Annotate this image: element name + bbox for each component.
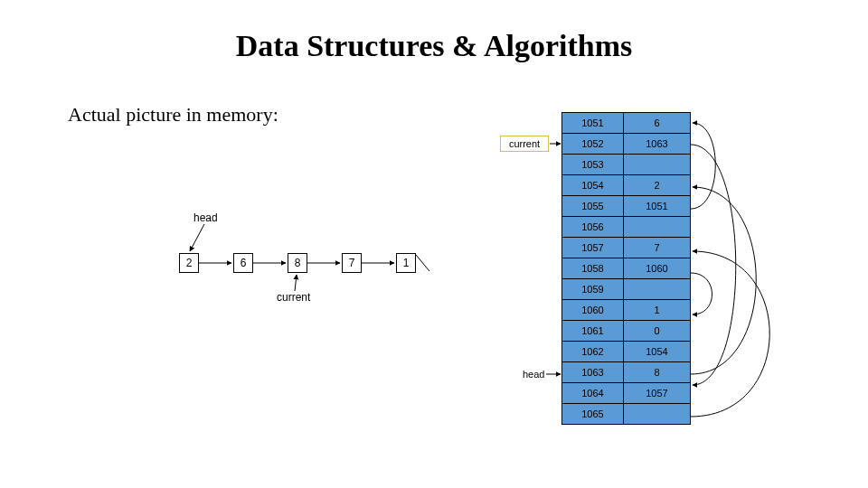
table-row: 10638 <box>562 362 691 383</box>
mem-addr: 1052 <box>562 134 624 155</box>
table-row: 1065 <box>562 404 691 425</box>
table-row: 1053 <box>562 155 691 175</box>
mem-val: 7 <box>624 238 691 258</box>
current-pointer-label-mid: current <box>277 291 310 304</box>
mem-addr: 1057 <box>562 238 624 258</box>
table-row: 10610 <box>562 321 691 342</box>
mem-val <box>624 217 691 238</box>
list-node-0: 2 <box>179 253 199 273</box>
mem-addr: 1065 <box>562 404 624 425</box>
list-node-2: 8 <box>288 253 307 273</box>
mem-addr: 1053 <box>562 155 624 175</box>
table-row: 10542 <box>562 175 691 196</box>
mem-addr: 1063 <box>562 362 624 383</box>
memory-table: 10516 10521063 1053 10542 10551051 1056 … <box>561 112 691 425</box>
table-row: 10641057 <box>562 383 691 404</box>
table-row: 1056 <box>562 217 691 238</box>
mem-val <box>624 404 691 425</box>
mem-addr: 1060 <box>562 300 624 321</box>
mem-val: 0 <box>624 321 691 342</box>
table-row: 10521063 <box>562 134 691 155</box>
mem-val: 1060 <box>624 258 691 279</box>
mem-addr: 1055 <box>562 196 624 217</box>
mem-val: 1054 <box>624 342 691 362</box>
mem-addr: 1059 <box>562 279 624 300</box>
subtitle: Actual picture in memory: <box>68 103 278 127</box>
mem-addr: 1061 <box>562 321 624 342</box>
mem-addr: 1064 <box>562 383 624 404</box>
table-row: 10581060 <box>562 258 691 279</box>
svg-line-6 <box>295 275 297 291</box>
svg-line-5 <box>190 224 204 251</box>
mem-addr: 1051 <box>562 113 624 134</box>
list-node-1: 6 <box>233 253 253 273</box>
table-row: 10577 <box>562 238 691 258</box>
head-pointer-label-right: head <box>523 369 544 380</box>
arrows-overlay <box>0 0 868 488</box>
mem-val: 6 <box>624 113 691 134</box>
mem-val: 1 <box>624 300 691 321</box>
mem-val: 1063 <box>624 134 691 155</box>
table-row: 10601 <box>562 300 691 321</box>
mem-addr: 1054 <box>562 175 624 196</box>
page-title: Data Structures & Algorithms <box>0 29 868 63</box>
mem-val: 1051 <box>624 196 691 217</box>
table-row: 10551051 <box>562 196 691 217</box>
mem-val: 8 <box>624 362 691 383</box>
mem-val <box>624 155 691 175</box>
head-pointer-label-left: head <box>193 211 218 224</box>
table-row: 1059 <box>562 279 691 300</box>
mem-val: 2 <box>624 175 691 196</box>
mem-addr: 1058 <box>562 258 624 279</box>
svg-line-4 <box>416 255 429 271</box>
list-node-3: 7 <box>342 253 362 273</box>
list-node-4: 1 <box>396 253 416 273</box>
mem-addr: 1056 <box>562 217 624 238</box>
table-row: 10621054 <box>562 342 691 362</box>
mem-addr: 1062 <box>562 342 624 362</box>
table-row: 10516 <box>562 113 691 134</box>
mem-val <box>624 279 691 300</box>
mem-val: 1057 <box>624 383 691 404</box>
current-pointer-label-top: current <box>500 136 549 152</box>
